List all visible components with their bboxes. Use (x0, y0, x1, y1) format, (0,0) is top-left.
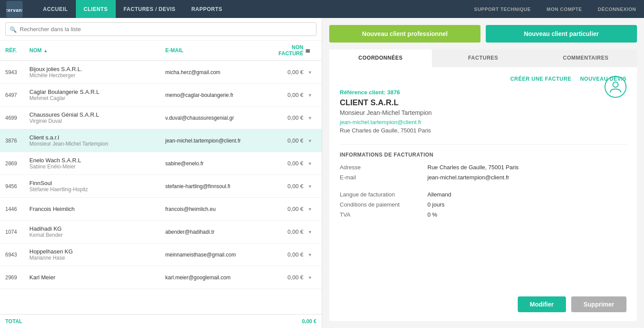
table-row[interactable]: 3876 Client s.a.r.l Monsieur Jean-Michel… (0, 129, 322, 152)
col-filter-icon[interactable]: ≣ (303, 47, 317, 54)
sort-nom-icon: ▲ (43, 48, 48, 53)
tab-commentaires[interactable]: COMMENTAIRES (534, 50, 637, 67)
col-nom-header[interactable]: NOM ▲ (29, 47, 165, 53)
creer-facture-link[interactable]: CRÉER UNE FACTURE (510, 76, 571, 82)
row-ref: 5943 (5, 69, 29, 75)
row-email: meinnameisthase@gmail.com (165, 252, 266, 258)
nav-left: ACCUEIL CLIENTS FACTURES / DEVIS RAPPORT… (35, 0, 230, 18)
row-dropdown-icon[interactable]: ▾ (303, 115, 317, 121)
row-email: karl.meier@googlemail.com (165, 275, 266, 281)
table-row[interactable]: 2969 Karl Meier karl.meier@googlemail.co… (0, 266, 322, 289)
search-input[interactable] (5, 22, 317, 36)
col-email-header: E-MAIL (165, 47, 266, 53)
row-amount: 0,00 € (266, 228, 303, 235)
billing-value: 0 jours (427, 201, 445, 208)
billing-row: TVA 0 % (340, 211, 626, 218)
row-name: Caglar Boulangerie S.A.R.L Mehmet Caglar (29, 89, 165, 101)
row-email: francois@heimlich.eu (165, 206, 266, 212)
nav-compte[interactable]: MON COMPTE (539, 0, 590, 18)
row-ref: 6943 (5, 252, 29, 258)
table-footer: TOTAL 0,00 € (0, 314, 322, 328)
table-row[interactable]: 6943 Hoppelhasen KG Marianne Hase meinna… (0, 243, 322, 266)
billing-value: Allemand (427, 191, 451, 198)
row-email: memo@caglar-boulangerie.fr (165, 92, 266, 98)
nav-accueil[interactable]: ACCUEIL (35, 0, 76, 18)
row-dropdown-icon[interactable]: ▾ (303, 92, 317, 98)
row-email: abender@hadihadi.tr (165, 229, 266, 235)
billing-section-title: INFORMATIONS DE FACTURATION (340, 152, 626, 158)
detail-card: CRÉER UNE FACTURE NOUVEAU DEVIS Référenc… (329, 67, 637, 321)
billing-row: Conditions de paiement 0 jours (340, 201, 626, 208)
search-icon: 🔍 (10, 26, 17, 32)
table-row[interactable]: 1446 Francois Heimlich francois@heimlich… (0, 198, 322, 221)
billing-table: Adresse Rue Charles de Gaulle, 75001 Par… (340, 164, 626, 184)
nav-factures[interactable]: FACTURES / DEVIS (116, 0, 184, 18)
modifier-button[interactable]: Modifier (518, 296, 566, 312)
row-amount: 0,00 € (266, 251, 303, 258)
table-row[interactable]: 6497 Caglar Boulangerie S.A.R.L Mehmet C… (0, 84, 322, 107)
row-ref: 2969 (5, 275, 29, 281)
billing-value: Rue Charles de Gaulle, 75001 Paris (427, 164, 519, 171)
nav-rapports[interactable]: RAPPORTS (183, 0, 230, 18)
billing-table-2: Langue de facturation Allemand Condition… (340, 191, 626, 221)
table-row[interactable]: 9456 FinnSoul Stéfanie Haertling-Hopitz … (0, 175, 322, 198)
nav-clients[interactable]: CLIENTS (76, 0, 116, 18)
row-ref: 1074 (5, 229, 29, 235)
row-amount: 0,00 € (266, 92, 303, 98)
row-email: jean-michel.tartempion@client.fr (165, 138, 266, 144)
row-amount: 0,00 € (266, 206, 303, 212)
table-row[interactable]: 1074 Hadihadi KG Kemal Bender abender@ha… (0, 221, 322, 243)
row-dropdown-icon[interactable]: ▾ (303, 183, 317, 189)
row-name: Karl Meier (29, 274, 165, 281)
col-nonfacture-header: NON FACTURÉ (266, 44, 303, 57)
card-top-actions: CRÉER UNE FACTURE NOUVEAU DEVIS (340, 76, 626, 82)
table-row[interactable]: 4699 Chaussures Génial S.A.R.L Virginie … (0, 107, 322, 129)
card-bottom-actions: Modifier Supprimer (340, 289, 626, 312)
tab-coordonnees[interactable]: COORDONNÉES (329, 50, 432, 67)
client-email-link[interactable]: jean-michel.tartempion@client.fr (340, 119, 626, 125)
billing-label: Langue de facturation (340, 191, 427, 198)
billing-value: jean-michel.tartempion@client.fr (427, 174, 509, 181)
row-email: stefanie-hartling@finnsoul.fi (165, 183, 266, 189)
row-dropdown-icon[interactable]: ▾ (303, 69, 317, 75)
col-ref-header: RÉF. (5, 47, 29, 53)
row-amount: 0,00 € (266, 114, 303, 121)
row-dropdown-icon[interactable]: ▾ (303, 206, 317, 212)
table-row[interactable]: 5943 Bijoux jolies S.A.R.L. Michèle Herz… (0, 61, 322, 84)
row-name: Hadihadi KG Kemal Bender (29, 225, 165, 238)
billing-label: Conditions de paiement (340, 201, 427, 208)
footer-total-label: TOTAL (5, 318, 22, 324)
nouveau-client-particulier-button[interactable]: Nouveau client particulier (486, 25, 637, 43)
nouveau-client-pro-button[interactable]: Nouveau client professionnel (329, 25, 480, 43)
search-bar: 🔍 (0, 18, 322, 41)
row-ref: 6497 (5, 92, 29, 98)
row-email: sabine@enelo.fr (165, 160, 266, 167)
row-dropdown-icon[interactable]: ▾ (303, 229, 317, 235)
row-name: Francois Heimlich (29, 206, 165, 212)
tab-factures[interactable]: FACTURES (432, 50, 534, 67)
row-ref: 4699 (5, 115, 29, 121)
client-contact: Monsieur Jean-Michel Tartempion (340, 109, 626, 116)
row-dropdown-icon[interactable]: ▾ (303, 252, 317, 258)
row-name: Bijoux jolies S.A.R.L. Michèle Herzberge… (29, 66, 165, 78)
table-header: RÉF. NOM ▲ E-MAIL NON FACTURÉ ≣ (0, 41, 322, 61)
footer-total-amount: 0,00 € (302, 318, 317, 324)
row-ref: 2869 (5, 160, 29, 167)
table-body: 5943 Bijoux jolies S.A.R.L. Michèle Herz… (0, 61, 322, 314)
supprimer-button[interactable]: Supprimer (571, 296, 626, 312)
row-name: Enelo Wach S.A.R.L Sabine Enélo-Meier (29, 157, 165, 170)
nav-support[interactable]: SUPPORT TECHNIQUE (466, 0, 539, 18)
row-dropdown-icon[interactable]: ▾ (303, 160, 317, 167)
row-amount: 0,00 € (266, 160, 303, 167)
row-email: micha.herz@gmail.com (165, 69, 266, 75)
row-name: Chaussures Génial S.A.R.L Virginie Duval (29, 111, 165, 124)
logo: zervant (0, 0, 35, 18)
client-reference: Référence client: 3876 (340, 89, 626, 96)
divider (340, 144, 626, 145)
row-dropdown-icon[interactable]: ▾ (303, 138, 317, 144)
table-row[interactable]: 2869 Enelo Wach S.A.R.L Sabine Enélo-Mei… (0, 152, 322, 175)
nav-deconnexion[interactable]: DÉCONNEXION (590, 0, 644, 18)
svg-text:zervant: zervant (7, 7, 22, 13)
row-ref: 1446 (5, 206, 29, 212)
row-dropdown-icon[interactable]: ▾ (303, 275, 317, 281)
